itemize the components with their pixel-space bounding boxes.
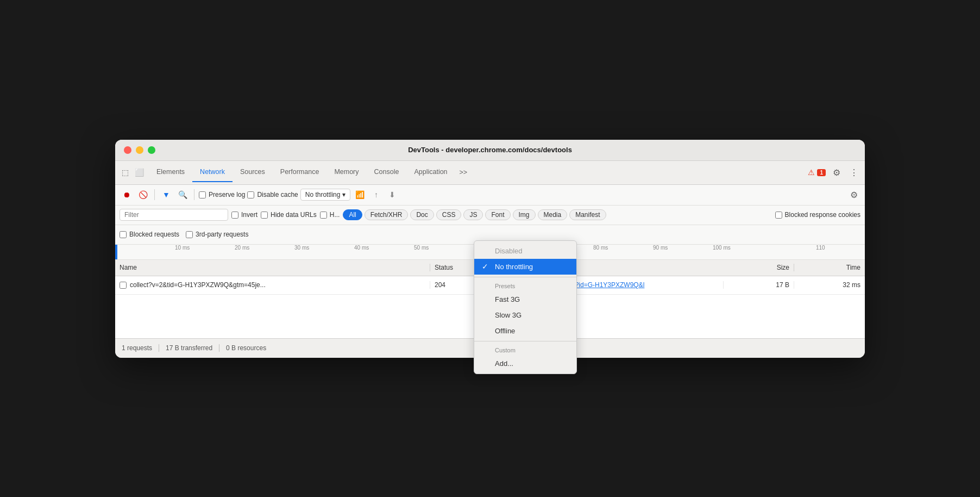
error-badge: 1 [817,169,826,176]
more-options-icon[interactable]: ⋮ [847,166,860,179]
tab-application[interactable]: Application [406,163,455,182]
transferred-size: 17 B transferred [166,344,212,352]
traffic-lights [124,146,155,154]
hide-data-urls-checkbox[interactable]: Hide data URLs [261,211,317,219]
throttle-dropdown[interactable]: No throttling ▾ [300,189,351,201]
filter-input[interactable] [120,209,228,221]
preserve-log-label: Preserve log [209,191,245,198]
pill-font[interactable]: Font [485,209,510,220]
filter-right: Blocked response cookies [775,211,860,219]
maximize-button[interactable] [148,146,155,154]
blocked-requests-input[interactable] [120,231,127,238]
timeline-marker [115,245,117,259]
hide-data-urls-input[interactable] [261,212,268,219]
third-party-label: 3rd-party requests [196,231,248,238]
tick-10ms: 10 ms [175,245,190,251]
pill-js[interactable]: JS [463,209,483,220]
row-name-text: collect?v=2&tid=G-H1Y3PXZW9Q&gtm=45je... [130,281,266,289]
slow-3g-label: Slow 3G [495,311,522,319]
blocked-requests-label: Blocked requests [129,231,179,238]
filter-bar: Invert Hide data URLs H... All Fetch/XHR… [115,206,865,225]
tick-90ms: 90 ms [653,245,668,251]
network-conditions-icon[interactable]: 📶 [353,188,367,202]
pill-img[interactable]: Img [513,209,536,220]
pill-css[interactable]: CSS [436,209,462,220]
clear-button[interactable]: 🚫 [136,188,150,202]
row-checkbox[interactable] [120,282,127,289]
more-tabs-button[interactable]: >> [455,163,472,182]
pill-media[interactable]: Media [538,209,568,220]
inspect-icon[interactable]: ⬜ [134,167,145,178]
initiator-link[interactable]: js?id=G-H1Y3PXZW9Q&l [570,281,644,289]
offline-label: Offline [495,327,515,335]
tab-right-actions: ⚠ 1 ⚙ ⋮ [808,166,860,179]
h-input[interactable] [320,212,327,219]
dropdown-divider-2 [474,341,576,341]
disable-cache-checkbox[interactable]: Disable cache [247,191,298,198]
throttle-dropdown-menu: Disabled ✓ No throttling Presets Fast 3G… [474,240,577,374]
dropdown-item-add[interactable]: Add... [474,356,576,371]
export-icon[interactable]: ⬇ [385,188,399,202]
h-checkbox[interactable]: H... [320,211,340,219]
title-bar: DevTools - developer.chrome.com/docs/dev… [115,140,865,161]
tab-performance[interactable]: Performance [273,163,327,182]
tab-network[interactable]: Network [192,163,233,182]
search-icon[interactable]: 🔍 [175,188,190,202]
third-party-input[interactable] [186,231,193,238]
network-settings-icon[interactable]: ⚙ [847,188,860,201]
cursor-icon[interactable]: ⬚ [120,167,130,178]
tick-80ms: 80 ms [593,245,608,251]
tick-30ms: 30 ms [294,245,309,251]
invert-checkbox[interactable]: Invert [231,211,257,219]
close-button[interactable] [124,146,131,154]
preserve-log-checkbox[interactable]: Preserve log [199,191,245,198]
blocked-cookies-input[interactable] [775,212,782,219]
dropdown-item-disabled[interactable]: Disabled [474,243,576,259]
cell-name: collect?v=2&tid=G-H1Y3PXZW9Q&gtm=45je... [115,281,430,289]
tab-console[interactable]: Console [367,163,407,182]
status-divider-2 [219,344,219,352]
disabled-label: Disabled [495,247,523,255]
toolbar-right: ⚙ [847,188,860,201]
cell-size: 17 B [724,281,794,289]
hide-data-urls-label: Hide data URLs [271,211,317,219]
header-time[interactable]: Time [794,264,865,271]
toolbar-divider-2 [194,189,194,200]
fast-3g-label: Fast 3G [495,295,520,303]
preserve-log-input[interactable] [199,191,206,198]
settings-icon[interactable]: ⚙ [830,166,843,179]
disable-cache-input[interactable] [247,191,254,198]
filter-pills: All Fetch/XHR Doc CSS JS Font Img Media … [343,209,606,220]
invert-input[interactable] [231,212,238,219]
tab-sources[interactable]: Sources [233,163,273,182]
tab-elements[interactable]: Elements [149,163,192,182]
header-name[interactable]: Name [115,264,430,271]
blocked-cookies-checkbox[interactable]: Blocked response cookies [775,211,860,219]
h-label: H... [330,211,340,219]
blocked-requests-checkbox[interactable]: Blocked requests [120,231,179,238]
pill-doc[interactable]: Doc [410,209,434,220]
stop-recording-button[interactable]: ⏺ [120,188,134,202]
status-divider-1 [159,344,159,352]
header-size[interactable]: Size [724,264,794,271]
minimize-button[interactable] [136,146,143,154]
pill-fetch-xhr[interactable]: Fetch/XHR [365,209,409,220]
throttle-chevron-icon: ▾ [342,191,345,198]
dropdown-item-slow-3g[interactable]: Slow 3G [474,307,576,323]
import-icon[interactable]: ↑ [369,188,383,202]
dropdown-item-fast-3g[interactable]: Fast 3G [474,291,576,307]
third-party-checkbox[interactable]: 3rd-party requests [186,231,248,238]
devtools-tabs: ⬚ ⬜ Elements Network Sources Performance… [115,161,865,185]
tick-40ms: 40 ms [354,245,369,251]
filter-icon[interactable]: ▼ [159,188,173,202]
network-toolbar: ⏺ 🚫 ▼ 🔍 Preserve log Disable cache No th… [115,185,865,206]
tab-memory[interactable]: Memory [326,163,366,182]
pill-manifest[interactable]: Manifest [569,209,606,220]
pill-all[interactable]: All [343,209,362,220]
dropdown-item-no-throttling[interactable]: ✓ No throttling [474,259,576,275]
dropdown-presets-header: Presets [474,279,576,291]
check-icon: ✓ [482,262,488,271]
resources-size: 0 B resources [226,344,266,352]
dropdown-item-offline[interactable]: Offline [474,323,576,339]
window-title: DevTools - developer.chrome.com/docs/dev… [408,146,572,154]
